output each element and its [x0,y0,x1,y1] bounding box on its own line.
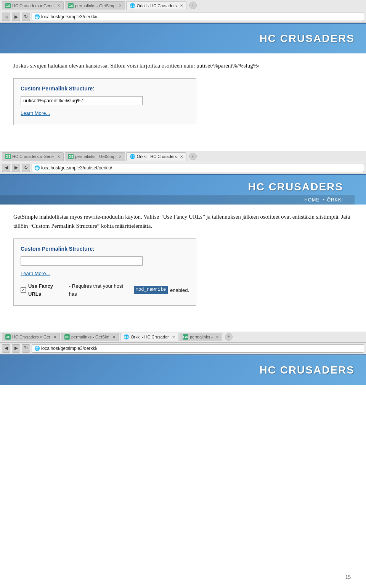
tab-2-permalinks[interactable]: GS permalinks - GetSimp ✕ [65,1,125,10]
site-banner-3: HC CRUSADERS [0,354,366,385]
tab-2-1-gscrusaders[interactable]: GS HC Crusaders » Gener ✕ [2,152,64,161]
fancy-urls-desc: - Requires that your host has [69,282,132,298]
learn-more-link-1[interactable]: Learn More... [21,109,50,117]
tab-3-1-gscrusaders[interactable]: GS HC Crusaders » Gener ✕ [2,333,60,341]
tab-2-label: permalinks - GetSimp [75,3,116,8]
browser-window-2: GS HC Crusaders » Gener ✕ GS permalinks … [0,151,366,205]
tab-3-oerkki[interactable]: 🌐 Örkki - HC Crusaders ✕ [126,1,186,10]
gs-panel-1: Custom Permalink Structure: Learn More..… [13,78,196,125]
gs-favicon-2-2: GS [68,154,74,159]
tab-2-1-close[interactable]: ✕ [57,155,60,159]
forward-button-1[interactable]: ▶ [12,13,20,21]
tab-bar-3: GS HC Crusaders » Gener ✕ GS permalinks … [0,332,366,343]
tab-3-4-permalinks[interactable]: GS permalinks - ✕ [180,333,222,341]
gs-favicon-3-2: GS [64,334,70,340]
address-bar-3[interactable]: 🌐 localhost/getsimple3/oerkki/ [32,344,364,353]
toolbar-1: ◀ ▶ ↻ 🌐 localhost/getsimple3/oerkki/ [0,11,366,23]
address-text-3: localhost/getsimple3/oerkki/ [41,346,97,351]
tab-3-1-close[interactable]: ✕ [53,335,56,339]
tab-3-2-label: permalinks - GetSimp [71,335,109,339]
nav-home[interactable]: HOME [304,197,319,203]
panel-1-input-row [21,96,189,105]
refresh-button-1[interactable]: ↻ [22,13,30,21]
back-button-1[interactable]: ◀ [2,13,10,21]
content-section-2: GetSimple mahdollistaa myös rewrite-modu… [0,205,366,321]
learn-more-link-2[interactable]: Learn More... [21,269,50,277]
address-text-1: localhost/getsimple3/oerkki/ [41,14,97,19]
address-bar-1[interactable]: 🌐 localhost/getsimple3/oerkki/ [32,13,364,21]
tab-1-close[interactable]: ✕ [57,3,60,8]
forward-button-3[interactable]: ▶ [12,344,20,353]
new-tab-button-3[interactable]: + [225,333,233,341]
panel-1-title: Custom Permalink Structure: [21,84,189,93]
nav-sep: • [323,198,324,202]
tab-2-1-label: HC Crusaders » Gener [12,154,54,159]
tab-3-4-close[interactable]: ✕ [216,335,219,339]
address-bar-2[interactable]: 🌐 localhost/getsimple3/uutiset/oerkki/ [32,164,364,172]
address-text-2: localhost/getsimple3/uutiset/oerkki/ [41,165,112,171]
tab-bar-2: GS HC Crusaders » Gener ✕ GS permalinks … [0,151,366,162]
toolbar-3: ◀ ▶ ↻ 🌐 localhost/getsimple3/oerkki/ [0,343,366,354]
refresh-button-2[interactable]: ↻ [22,164,30,172]
paragraph-2: GetSimple mahdollistaa myös rewrite-modu… [13,212,353,231]
tab-2-2-label: permalinks - GetSimp [75,154,116,159]
nav-page[interactable]: ÖRKKI [327,197,343,203]
browser-window-3: GS HC Crusaders » Gener ✕ GS permalinks … [0,332,366,385]
permalink-input-1[interactable] [21,96,143,105]
fancy-urls-checkbox[interactable]: ✓ [21,287,26,293]
browser-window-1: GS HC Crusaders » Gener ✕ GS permalinks … [0,0,366,53]
circle-favicon-2: 🌐 [130,154,135,159]
tab-3-3-oerkki[interactable]: 🌐 Örkki - HC Crusaders ✕ [120,333,178,341]
fancy-urls-row: ✓ Use Fancy URLs - Requires that your ho… [21,282,189,298]
site-title-2: HC CRUSADERS [248,181,343,193]
back-button-3[interactable]: ◀ [2,344,10,353]
toolbar-2: ◀ ▶ ↻ 🌐 localhost/getsimple3/uutiset/oer… [0,162,366,174]
gs-favicon-1: GS [5,3,11,8]
new-tab-button-2[interactable]: + [189,153,197,160]
tab-3-2-permalinks[interactable]: GS permalinks - GetSimp ✕ [61,333,119,341]
site-banner-2: HC CRUSADERS HOME • ÖRKKI [0,174,366,205]
tab-3-3-close[interactable]: ✕ [172,335,175,339]
content-section-1: Joskus sivujen halutaan olevan kansiossa… [0,53,366,140]
tab-3-1-label: HC Crusaders » Gener [12,335,50,339]
page-number: 15 [345,574,351,580]
tab-1-gscrusaders[interactable]: GS HC Crusaders » Gener ✕ [2,1,64,10]
circle-favicon-3: 🌐 [124,334,129,340]
gs-favicon-3-4: GS [183,334,188,340]
site-banner-1: HC CRUSADERS [0,23,366,53]
gs-favicon-2: GS [68,3,74,8]
globe-icon-3: 🌐 [34,346,40,351]
tab-2-2-close[interactable]: ✕ [119,155,122,159]
tab-2-2-permalinks[interactable]: GS permalinks - GetSimp ✕ [65,152,125,161]
site-title-1: HC CRUSADERS [259,32,355,45]
permalink-input-2[interactable] [21,256,143,266]
tab-2-close[interactable]: ✕ [119,3,122,8]
new-tab-button-1[interactable]: + [189,2,197,9]
enabled-text: enabled. [170,286,189,294]
refresh-button-3[interactable]: ↻ [22,344,30,353]
site-title-3: HC CRUSADERS [259,364,355,376]
back-button-2[interactable]: ◀ [2,164,10,172]
paragraph-1: Joskus sivujen halutaan olevan kansiossa… [13,61,353,71]
tab-3-2-close[interactable]: ✕ [112,335,116,339]
tab-2-3-close[interactable]: ✕ [180,155,183,159]
site-nav: HOME • ÖRKKI [304,197,343,203]
globe-icon-1: 🌐 [34,14,40,19]
tab-3-4-label: permalinks - [190,335,213,339]
mod-rewrite-badge: mod_rewrite [134,286,168,294]
tab-2-3-label: Örkki - HC Crusaders [137,154,177,159]
gs-favicon-3-1: GS [5,334,11,340]
circle-favicon-1: 🌐 [130,3,135,8]
panel-2-input-row [21,256,189,266]
gs-panel-2: Custom Permalink Structure: Learn More..… [13,238,196,306]
fancy-urls-label: Use Fancy URLs [28,282,67,298]
gs-favicon-2-1: GS [5,154,11,159]
tab-3-3-label: Örkki - HC Crusaders [131,335,169,339]
forward-button-2[interactable]: ▶ [12,164,20,172]
tab-3-label: Örkki - HC Crusaders [137,3,177,8]
panel-2-title: Custom Permalink Structure: [21,245,189,253]
tab-2-3-oerkki[interactable]: 🌐 Örkki - HC Crusaders ✕ [126,152,186,161]
tab-3-close[interactable]: ✕ [180,3,183,8]
tab-1-label: HC Crusaders » Gener [12,3,54,8]
globe-icon-2: 🌐 [34,165,40,171]
